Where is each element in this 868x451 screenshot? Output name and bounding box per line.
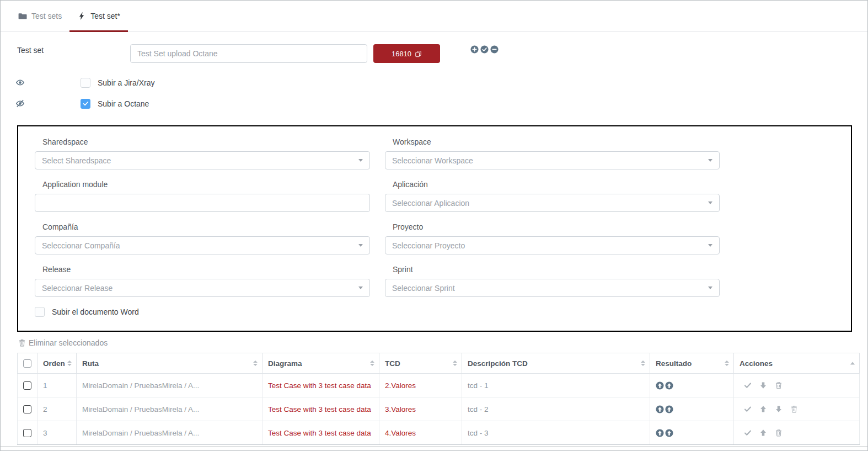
sharedspace-select[interactable]: Select Sharedspace	[35, 151, 370, 169]
cell-tcd[interactable]: 2.Valores	[379, 374, 462, 397]
tab-test-sets[interactable]: Test sets	[10, 1, 69, 31]
table-row: 3 MirelaDomain / PruebasMirela / A... Te…	[18, 421, 860, 445]
upload-circle-icon[interactable]	[656, 405, 664, 413]
sort-ascending-icon[interactable]	[850, 362, 855, 365]
jira-checkbox[interactable]	[81, 78, 90, 88]
header-resultado[interactable]: Resultado	[650, 353, 734, 374]
test-set-name-input[interactable]	[130, 44, 367, 63]
cell-ruta: MirelaDomain / PruebasMirela / A...	[77, 421, 262, 445]
cell-diagrama[interactable]: Test Case with 3 test case data	[262, 397, 379, 421]
bottom-divider	[1, 447, 867, 447]
select-placeholder: Seleccionar Proyecto	[392, 241, 704, 250]
option-row-jira: Subir a Jira/Xray	[15, 77, 154, 88]
cell-resultado	[650, 374, 734, 397]
test-set-id: 16810	[392, 50, 411, 58]
octane-checkbox-label: Subir a Octane	[98, 99, 149, 108]
cell-orden: 2	[37, 397, 77, 421]
arrow-up-icon[interactable]	[759, 429, 767, 437]
minus-circle-icon[interactable]	[490, 45, 499, 54]
cell-descripcion: tcd - 2	[462, 397, 650, 421]
cell-orden: 3	[37, 421, 77, 445]
column-label: TCD	[385, 359, 400, 368]
select-all-checkbox[interactable]	[23, 359, 31, 368]
check-icon[interactable]	[744, 381, 752, 389]
arrow-down-icon[interactable]	[759, 381, 767, 389]
upload-circle-icon[interactable]	[656, 429, 664, 437]
select-placeholder: Seleccionar Sprint	[392, 284, 704, 293]
compania-select[interactable]: Seleccionar Compañía	[35, 236, 370, 254]
test-set-action-icons	[470, 45, 499, 54]
header-diagrama[interactable]: Diagrama	[262, 353, 379, 374]
cell-tcd[interactable]: 3.Valores	[379, 397, 462, 421]
upload-circle-icon[interactable]	[665, 381, 673, 390]
sort-icon[interactable]	[370, 360, 374, 366]
select-placeholder: Seleccionar Compañía	[42, 241, 354, 250]
upload-circle-icon[interactable]	[665, 429, 673, 437]
select-placeholder: Select Sharedspace	[42, 156, 354, 165]
header-select-all	[18, 353, 37, 374]
row-checkbox[interactable]	[23, 381, 31, 390]
tab-label: Test sets	[31, 12, 62, 20]
sort-icon[interactable]	[453, 360, 457, 366]
chevron-down-icon	[708, 201, 712, 204]
workspace-select[interactable]: Seleccionar Workspace	[385, 151, 720, 169]
delete-selected-label: Eliminar seleccionados	[29, 338, 108, 347]
check-icon[interactable]	[744, 429, 752, 437]
row-checkbox[interactable]	[23, 429, 31, 437]
cell-orden: 1	[37, 374, 77, 397]
trash-icon	[18, 339, 26, 347]
sort-icon[interactable]	[253, 360, 258, 366]
column-label: Ruta	[82, 359, 99, 368]
octane-checkbox[interactable]	[81, 99, 90, 109]
field-label: Compañía	[35, 222, 370, 231]
proyecto-select[interactable]: Seleccionar Proyecto	[385, 236, 720, 254]
trash-icon[interactable]	[790, 405, 798, 413]
cell-diagrama[interactable]: Test Case with 3 test case data	[262, 374, 379, 397]
header-ruta[interactable]: Ruta	[77, 353, 262, 374]
cell-ruta: MirelaDomain / PruebasMirela / A...	[77, 397, 262, 421]
header-tcd[interactable]: TCD	[379, 353, 462, 374]
sprint-select[interactable]: Seleccionar Sprint	[385, 279, 720, 297]
cell-resultado	[650, 397, 734, 421]
header-acciones[interactable]: Acciones	[734, 353, 860, 374]
chevron-down-icon	[708, 286, 712, 289]
upload-circle-icon[interactable]	[665, 405, 673, 413]
row-checkbox[interactable]	[23, 405, 31, 413]
sort-icon[interactable]	[641, 360, 645, 366]
chevron-down-icon	[708, 159, 712, 162]
aplicacion-select[interactable]: Seleccionar Aplicacion	[385, 194, 720, 212]
delete-selected-button[interactable]: Eliminar seleccionados	[18, 338, 108, 347]
tab-test-set[interactable]: Test set*	[69, 1, 128, 31]
test-set-label: Test set	[17, 46, 44, 55]
arrow-up-icon[interactable]	[759, 405, 767, 413]
cell-acciones	[734, 374, 860, 397]
test-set-id-button[interactable]: 16810	[373, 44, 440, 63]
cell-tcd[interactable]: 4.Valores	[379, 421, 462, 445]
octane-config-panel: Sharedspace Select Sharedspace Workspace…	[17, 125, 852, 332]
trash-icon[interactable]	[775, 381, 783, 389]
header-orden[interactable]: Orden	[37, 353, 77, 374]
eye-slash-icon[interactable]	[15, 98, 25, 109]
field-label: Aplicación	[385, 180, 720, 189]
check-icon[interactable]	[744, 405, 752, 413]
chevron-down-icon	[358, 286, 363, 289]
column-label: Descripción TCD	[468, 359, 528, 368]
sort-icon[interactable]	[67, 360, 72, 366]
eye-icon[interactable]	[15, 77, 25, 88]
sort-icon[interactable]	[725, 360, 729, 366]
field-label: Workspace	[385, 137, 720, 146]
word-checkbox[interactable]	[35, 307, 45, 317]
release-select[interactable]: Seleccionar Release	[35, 279, 370, 297]
application-module-input[interactable]	[35, 194, 370, 212]
check-circle-icon[interactable]	[480, 45, 489, 54]
cell-diagrama[interactable]: Test Case with 3 test case data	[262, 421, 379, 445]
word-checkbox-row: Subir el documento Word	[35, 307, 851, 317]
trash-icon[interactable]	[775, 429, 783, 437]
header-descripcion-tcd[interactable]: Descripción TCD	[462, 353, 650, 374]
option-row-octane: Subir a Octane	[15, 98, 149, 109]
upload-circle-icon[interactable]	[656, 381, 664, 390]
plus-circle-icon[interactable]	[470, 45, 479, 54]
column-label: Acciones	[740, 359, 773, 368]
arrow-down-icon[interactable]	[775, 405, 783, 413]
folder-icon	[18, 12, 27, 20]
